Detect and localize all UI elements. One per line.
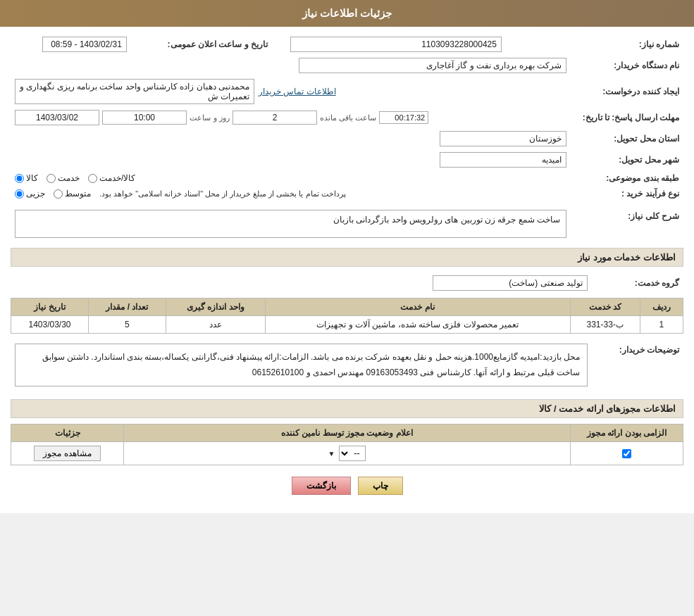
buyer-desc-label: توضیحات خریدار: [592,341,683,389]
need-desc-value: ساخت شمع جرقه زن توربین های رولرویس واحد… [15,210,566,238]
col-unit: واحد اندازه گیری [166,298,265,316]
view-permit-button[interactable]: مشاهده مجوز [34,446,100,461]
buyer-org-label: نام دستگاه خریدار: [571,55,683,76]
buyer-org-value: شرکت بهره برداری نفت و گاز آغاجاری [299,58,566,73]
col-permit-status: اعلام وضعیت مجوز توسط نامین کننده [124,425,571,442]
services-table: ردیف کد خدمت نام خدمت واحد اندازه گیری ت… [11,298,683,334]
response-deadline-label: مهلت ارسال پاسخ: تا تاریخ: [571,107,683,128]
permits-section-title: اطلاعات مجوزهای ارائه خدمت / کالا [11,399,683,418]
creator-contact-link[interactable]: اطلاعات تماس خریدار [259,87,336,96]
col-row-num: ردیف [640,298,683,316]
subject-service-radio[interactable] [47,174,56,183]
services-section-title: اطلاعات خدمات مورد نیاز [11,248,683,267]
subject-service-option[interactable]: خدمت [47,173,80,183]
cell-quantity: 5 [88,316,166,334]
cell-row-num: 1 [640,316,683,334]
cell-date: 1403/03/30 [11,316,89,334]
back-button[interactable]: بازگشت [292,477,351,495]
subject-service-label: خدمت [58,173,80,183]
time-value: 10:00 [102,111,187,125]
process-note: پرداخت تمام یا بخشی از مبلغ خریدار از مح… [99,189,346,199]
days-label: روز و [213,113,230,122]
cell-service-code: ب-33-331 [570,316,640,334]
province-value: خوزستان [440,131,566,146]
subject-goods-option[interactable]: کالا [15,173,38,183]
service-group-value: تولید صنعتی (ساخت) [433,275,588,291]
city-label: شهر محل تحویل: [571,149,683,170]
footer-buttons: چاپ بازگشت [11,477,683,495]
subject-label: طبقه بندی موضوعی: [571,170,683,186]
chevron-down-icon: ▼ [328,450,335,458]
col-quantity: تعداد / مقدار [88,298,166,316]
province-label: استان محل تحویل: [571,128,683,149]
permit-required-checkbox[interactable] [622,449,631,458]
need-number-label: شماره نیاز: [571,34,683,55]
process-medium-option[interactable]: متوسط [54,189,91,199]
need-number-value: 1103093228000425 [290,37,502,52]
print-button[interactable]: چاپ [358,477,403,495]
date-value: 1403/03/02 [15,110,99,125]
subject-goods-service-radio[interactable] [88,174,97,183]
creator-label: ایجاد کننده درخواست: [571,76,683,107]
time-label: ساعت [190,113,211,122]
process-partial-option[interactable]: جزیی [15,189,45,199]
process-partial-radio[interactable] [15,189,24,199]
subject-goods-service-label: کالا/خدمت [99,173,135,183]
subject-goods-service-option[interactable]: کالا/خدمت [88,173,135,183]
process-medium-radio[interactable] [54,189,63,199]
process-partial-label: جزیی [26,189,45,199]
announce-date-label: تاریخ و ساعت اعلان عمومی: [131,34,272,55]
table-row: 1 ب-33-331 تعمیر محصولات فلزی ساخته شده،… [11,316,683,334]
creator-value: محمدنبی دهبان زاده کارشناس واحد ساخت برن… [15,79,254,104]
remaining-value: 00:17:32 [379,111,428,124]
buyer-desc-value: محل بازدید:امیدیه گازمایع1000.هزینه حمل … [15,344,588,386]
service-group-label: گروه خدمت: [592,272,683,294]
need-desc-label: شرح کلی نیاز: [571,207,683,241]
col-permit-required: الزامی بودن ارائه مجوز [571,425,683,442]
cell-service-name: تعمیر محصولات فلزی ساخته شده، ماشین آلات… [265,316,570,334]
days-value: 2 [233,111,317,125]
city-value: امیدیه [440,152,566,168]
col-service-code: کد خدمت [570,298,640,316]
col-service-name: نام خدمت [265,298,570,316]
remaining-label: ساعت باقی مانده [320,113,376,122]
process-medium-label: متوسط [65,189,91,199]
page-title: جزئیات اطلاعات نیاز [0,0,694,27]
subject-goods-label: کالا [26,173,38,183]
subject-goods-radio[interactable] [15,174,24,183]
cell-unit: عدد [166,316,265,334]
permit-status-select[interactable]: -- [339,446,366,461]
col-date: تاریخ نیاز [11,298,89,316]
permit-row: -- ▼ مشاهده مجوز [11,442,683,465]
col-permit-details: جزئیات [11,425,124,442]
permits-table: الزامی بودن ارائه مجوز اعلام وضعیت مجوز … [11,424,683,465]
process-label: نوع فرآیند خرید : [571,186,683,201]
announce-date-value: 1403/02/31 - 08:59 [42,37,127,52]
